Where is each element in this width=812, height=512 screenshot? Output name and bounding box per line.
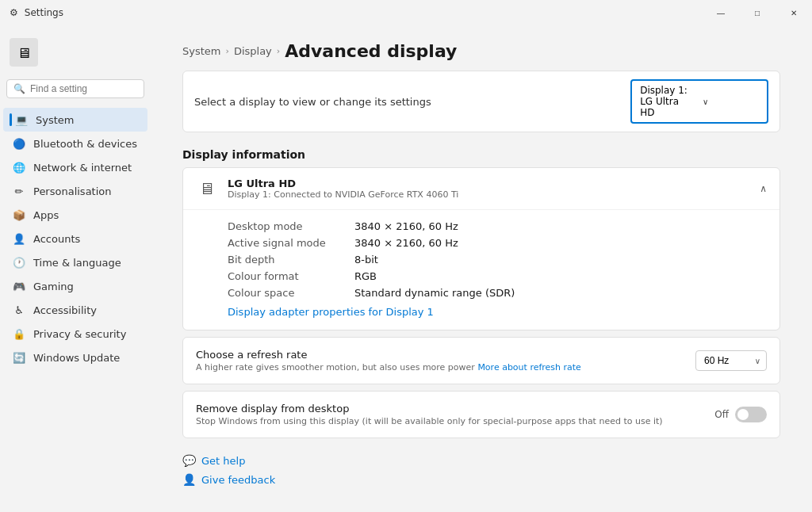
maximize-button[interactable]: □ xyxy=(739,0,776,25)
sidebar-item-label: Windows Update xyxy=(33,352,120,364)
gaming-icon: 🎮 xyxy=(13,280,25,292)
give-feedback-link[interactable]: 👤 Give feedback xyxy=(182,473,780,486)
monitor-icon: 🖥 xyxy=(196,178,218,200)
close-button[interactable]: ✕ xyxy=(776,0,812,25)
accessibility-icon: ♿ xyxy=(13,304,25,316)
sidebar-item-bluetooth[interactable]: 🔵 Bluetooth & devices xyxy=(3,132,147,155)
sidebar-item-windows-update[interactable]: 🔄 Windows Update xyxy=(3,346,147,369)
sidebar-item-system[interactable]: 💻 System xyxy=(3,108,147,132)
table-row: Colour format RGB xyxy=(228,268,767,285)
display-info-card: 🖥 LG Ultra HD Display 1: Connected to NV… xyxy=(182,167,780,331)
footer-links: 💬 Get help 👤 Give feedback xyxy=(182,454,780,486)
display-info-section-title: Display information xyxy=(182,148,780,161)
collapse-button[interactable]: ∧ xyxy=(760,183,767,194)
remove-display-toggle[interactable]: Off xyxy=(714,407,767,422)
titlebar-title: Settings xyxy=(25,7,63,18)
titlebar: ⚙ Settings — □ ✕ xyxy=(0,0,812,25)
search-input[interactable] xyxy=(30,83,149,94)
row-label: Desktop mode xyxy=(228,220,354,232)
sidebar-item-personalisation[interactable]: ✏️ Personalisation xyxy=(3,179,147,203)
refresh-rate-dropdown-wrap[interactable]: 60 Hz 120 Hz 144 Hz xyxy=(695,350,767,371)
search-icon: 🔍 xyxy=(13,83,25,94)
sidebar-item-label: Apps xyxy=(33,209,59,221)
toggle-thumb xyxy=(737,409,749,420)
titlebar-controls: — □ ✕ xyxy=(703,0,812,25)
sidebar-item-gaming[interactable]: 🎮 Gaming xyxy=(3,274,147,298)
sidebar-item-label: Privacy & security xyxy=(33,328,126,340)
table-row: Active signal mode 3840 × 2160, 60 Hz xyxy=(228,235,767,251)
row-label: Active signal mode xyxy=(228,237,354,249)
page-title: Advanced display xyxy=(285,41,457,61)
apps-icon: 📦 xyxy=(13,208,25,221)
personalisation-icon: ✏️ xyxy=(13,185,25,197)
row-label: Bit depth xyxy=(228,254,354,266)
feedback-icon: 👤 xyxy=(182,473,195,486)
breadcrumb-sep-2: › xyxy=(277,46,280,56)
sidebar-item-label: Gaming xyxy=(33,281,74,292)
breadcrumb-system[interactable]: System xyxy=(182,45,220,57)
network-icon: 🌐 xyxy=(13,161,25,174)
sidebar-item-label: Accessibility xyxy=(33,304,97,316)
refresh-rate-dropdown[interactable]: 60 Hz 120 Hz 144 Hz xyxy=(695,350,767,371)
chevron-down-icon: ∨ xyxy=(703,97,759,106)
minimize-button[interactable]: — xyxy=(703,0,739,25)
toggle-track[interactable] xyxy=(735,407,767,422)
give-feedback-label: Give feedback xyxy=(201,474,275,486)
refresh-rate-title: Choose a refresh rate xyxy=(196,349,695,361)
get-help-link[interactable]: 💬 Get help xyxy=(182,454,780,467)
sidebar-item-accessibility[interactable]: ♿ Accessibility xyxy=(3,298,147,322)
remove-display-left: Remove display from desktop Stop Windows… xyxy=(196,403,714,426)
main-content: System › Display › Advanced display Sele… xyxy=(151,25,812,512)
accounts-icon: 👤 xyxy=(13,232,25,245)
display-dropdown[interactable]: Display 1: LG Ultra HD ∨ xyxy=(630,79,768,124)
display-dropdown-value: Display 1: LG Ultra HD xyxy=(640,85,696,118)
adapter-properties-link[interactable]: Display adapter properties for Display 1 xyxy=(228,306,434,318)
app-body: 🖥 🔍 💻 System 🔵 Bluetooth & devices 🌐 Net… xyxy=(0,25,812,512)
sidebar: 🖥 🔍 💻 System 🔵 Bluetooth & devices 🌐 Net… xyxy=(0,25,151,512)
table-row: Bit depth 8-bit xyxy=(228,251,767,268)
row-value: 3840 × 2160, 60 Hz xyxy=(354,220,458,232)
info-card-header-left: 🖥 LG Ultra HD Display 1: Connected to NV… xyxy=(196,178,458,200)
row-value: 8-bit xyxy=(354,254,378,266)
sidebar-item-label: Personalisation xyxy=(33,185,112,197)
refresh-rate-left: Choose a refresh rate A higher rate give… xyxy=(196,349,695,373)
time-icon: 🕐 xyxy=(13,256,25,269)
sidebar-item-network[interactable]: 🌐 Network & internet xyxy=(3,155,147,179)
sidebar-item-label: Time & language xyxy=(33,257,121,269)
toggle-label: Off xyxy=(714,409,729,420)
row-label: Colour format xyxy=(228,270,354,282)
monitor-subtitle: Display 1: Connected to NVIDIA GeForce R… xyxy=(228,189,458,200)
row-value: Standard dynamic range (SDR) xyxy=(354,287,515,299)
remove-display-card: Remove display from desktop Stop Windows… xyxy=(182,391,780,438)
search-box[interactable]: 🔍 xyxy=(6,79,144,98)
breadcrumb: System › Display › Advanced display xyxy=(182,41,780,61)
bluetooth-icon: 🔵 xyxy=(13,137,25,150)
breadcrumb-display[interactable]: Display xyxy=(234,45,272,57)
remove-display-desc: Stop Windows from using this display (it… xyxy=(196,416,714,426)
sidebar-item-label: Bluetooth & devices xyxy=(33,138,137,150)
system-icon: 💻 xyxy=(15,113,28,126)
sidebar-item-apps[interactable]: 📦 Apps xyxy=(3,203,147,227)
active-indicator xyxy=(10,113,12,126)
avatar-icon: 🖥 xyxy=(17,44,31,61)
more-about-refresh-rate-link[interactable]: More about refresh rate xyxy=(477,362,581,373)
monitor-info: LG Ultra HD Display 1: Connected to NVID… xyxy=(228,178,458,200)
info-table: Desktop mode 3840 × 2160, 60 Hz Active s… xyxy=(183,210,779,330)
monitor-name: LG Ultra HD xyxy=(228,178,458,189)
settings-icon: ⚙ xyxy=(10,7,18,18)
display-selector-row: Select a display to view or change its s… xyxy=(182,71,780,132)
sidebar-item-time[interactable]: 🕐 Time & language xyxy=(3,250,147,274)
table-row: Colour space Standard dynamic range (SDR… xyxy=(228,285,767,301)
sidebar-item-privacy[interactable]: 🔒 Privacy & security xyxy=(3,322,147,346)
titlebar-left: ⚙ Settings xyxy=(10,7,63,18)
help-icon: 💬 xyxy=(182,454,195,467)
sidebar-item-accounts[interactable]: 👤 Accounts xyxy=(3,227,147,250)
breadcrumb-sep-1: › xyxy=(225,46,228,56)
row-value: RGB xyxy=(354,270,377,282)
avatar: 🖥 xyxy=(10,38,38,67)
refresh-rate-card: Choose a refresh rate A higher rate give… xyxy=(182,337,780,384)
table-row: Desktop mode 3840 × 2160, 60 Hz xyxy=(228,218,767,235)
row-value: 3840 × 2160, 60 Hz xyxy=(354,237,458,249)
privacy-icon: 🔒 xyxy=(13,327,25,340)
sidebar-item-label: Network & internet xyxy=(33,162,132,174)
